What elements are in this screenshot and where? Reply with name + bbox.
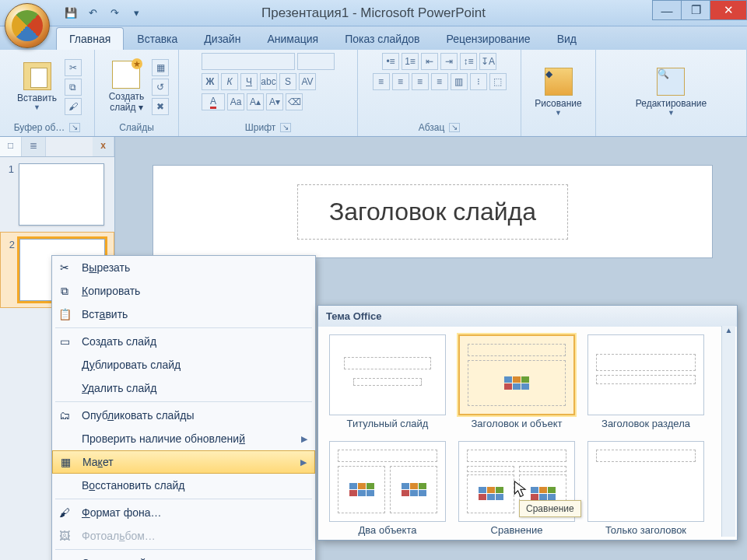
ctx-icon-14: 🖼	[55, 527, 74, 545]
font-size-combo[interactable]	[297, 53, 335, 70]
panel-close-icon[interactable]: x	[93, 137, 114, 156]
gallery-title: Тема Office	[318, 306, 737, 327]
italic-button[interactable]: К	[221, 73, 238, 90]
align-right-button[interactable]: ≡	[412, 73, 429, 90]
font-dialog-icon[interactable]: ↘	[280, 123, 291, 132]
thumb-slide-1[interactable]: 1	[0, 157, 114, 232]
editing-label: Редактирование	[636, 98, 707, 109]
delete-icon[interactable]: ✖	[152, 98, 169, 115]
title-bar: 💾 ↶ ↷ ▾ Презентация1 - Microsoft PowerPo…	[0, 0, 747, 26]
ctx-item-8[interactable]: 🗂Опубликовать слайды	[52, 404, 315, 427]
ctx-item-2[interactable]: 📋Вставить	[52, 303, 315, 326]
ctx-item-4[interactable]: ▭Создать слайд	[52, 330, 315, 353]
ctx-label-8: Опубликовать слайды	[82, 409, 194, 422]
align-center-button[interactable]: ≡	[392, 73, 409, 90]
smartart-button[interactable]: ⬚	[489, 73, 507, 90]
tab-view[interactable]: Вид	[544, 27, 590, 50]
font-name-combo[interactable]	[202, 53, 295, 70]
tab-design[interactable]: Дизайн	[191, 27, 254, 50]
panel-tab-outline[interactable]: ≣	[22, 137, 46, 156]
new-slide-button[interactable]: ★ Создать слайд ▾	[104, 59, 149, 114]
ctx-item-0[interactable]: ✂Вырезать	[52, 256, 315, 279]
layout-gallery: Тема Office Титульный слайдЗаголовок и о…	[317, 305, 738, 541]
panel-tab-slides[interactable]: □	[0, 137, 22, 156]
indent-inc-button[interactable]: ⇥	[440, 53, 458, 70]
thumb-preview-1	[19, 163, 104, 226]
font-color-button[interactable]: A	[202, 93, 225, 110]
grow-font-button[interactable]: A▴	[247, 93, 264, 110]
ctx-item-11[interactable]: Восстановить слайд	[52, 474, 315, 497]
ctx-item-13[interactable]: 🖌Формат фона…	[52, 501, 315, 524]
bullets-button[interactable]: •≡	[382, 53, 399, 70]
align-text-button[interactable]: ⁝	[470, 73, 487, 90]
text-dir-button[interactable]: ↧A	[479, 53, 496, 70]
underline-button[interactable]: Ч	[240, 73, 258, 90]
layout-only_title[interactable]: Только заголовок	[586, 441, 706, 537]
layout-caption-1: Заголовок и объект	[472, 418, 563, 430]
justify-button[interactable]: ≡	[431, 73, 448, 90]
strike-button[interactable]: abc	[260, 73, 277, 90]
indent-dec-button[interactable]: ⇤	[421, 53, 438, 70]
tab-home[interactable]: Главная	[56, 27, 124, 50]
ctx-item-16[interactable]: Скрыть слайд	[52, 551, 315, 560]
ctx-icon-8: 🗂	[55, 406, 74, 425]
ctx-icon-13: 🖌	[55, 503, 74, 522]
bold-button[interactable]: Ж	[202, 73, 219, 90]
columns-button[interactable]: ▥	[451, 73, 468, 90]
layout-title_content[interactable]: Заголовок и объект	[457, 334, 577, 430]
layout-two_content[interactable]: Два объекта	[328, 441, 447, 537]
ctx-item-10[interactable]: ▦Макет▶	[52, 450, 315, 474]
drawing-button[interactable]: ◆Рисование▼	[530, 66, 586, 118]
ribbon: Вставить ▼ ✂ ⧉ 🖌 Буфер об…↘ ★ Создать сл…	[0, 50, 747, 137]
paragraph-dialog-icon[interactable]: ↘	[449, 123, 460, 132]
ctx-item-1[interactable]: ⧉Копировать	[52, 279, 315, 303]
tab-review[interactable]: Рецензирование	[433, 27, 544, 50]
undo-icon[interactable]: ↶	[86, 6, 100, 20]
maximize-button[interactable]: ❐	[681, 0, 710, 20]
title-placeholder[interactable]: Заголовок слайда	[297, 184, 568, 240]
align-left-button[interactable]: ≡	[373, 73, 390, 90]
tab-insert[interactable]: Вставка	[124, 27, 191, 50]
layout-caption-2: Заголовок раздела	[601, 418, 690, 430]
window-controls: — ❐ ✕	[653, 0, 747, 26]
layout-title[interactable]: Титульный слайд	[328, 334, 447, 430]
group-slides: ★ Создать слайд ▾ ▦ ↺ ✖ Слайды	[95, 50, 179, 136]
format-painter-icon[interactable]: 🖌	[65, 98, 82, 115]
numbering-button[interactable]: 1≡	[402, 53, 419, 70]
spacing-button[interactable]: AV	[299, 73, 316, 90]
group-clipboard-label: Буфер об…	[14, 122, 65, 133]
ctx-item-6[interactable]: Удалить слайд	[52, 376, 315, 400]
group-slides-label: Слайды	[119, 122, 154, 133]
shrink-font-button[interactable]: A▾	[266, 93, 283, 110]
ctx-label-10: Макет	[82, 456, 114, 468]
layout-icon[interactable]: ▦	[152, 59, 169, 76]
save-icon[interactable]: 💾	[64, 6, 78, 20]
cut-icon[interactable]: ✂	[65, 59, 82, 76]
change-case-button[interactable]: Aa	[227, 93, 244, 110]
new-slide-icon: ★	[112, 61, 140, 89]
line-spacing-button[interactable]: ↕≡	[460, 53, 477, 70]
qat-more-icon[interactable]: ▾	[129, 6, 143, 20]
minimize-button[interactable]: —	[652, 0, 682, 20]
editing-button[interactable]: 🔍Редактирование▼	[631, 66, 711, 118]
shapes-icon: ◆	[545, 68, 573, 96]
ctx-icon-0: ✂	[55, 258, 74, 277]
redo-icon[interactable]: ↷	[107, 6, 121, 20]
ctx-label-14: Фотоальбом…	[82, 530, 156, 542]
reset-icon[interactable]: ↺	[152, 79, 169, 96]
tab-animations[interactable]: Анимация	[254, 27, 331, 50]
layout-caption-4: Сравнение	[491, 525, 543, 537]
tab-slideshow[interactable]: Показ слайдов	[331, 27, 433, 50]
ctx-item-9[interactable]: Проверить наличие обновлений▶	[52, 427, 315, 450]
paste-button[interactable]: Вставить ▼	[12, 61, 61, 113]
clear-format-button[interactable]: ⌫	[286, 93, 303, 110]
shadow-button[interactable]: S	[279, 73, 296, 90]
scroll-up-icon[interactable]: ▲	[723, 326, 735, 338]
office-button[interactable]	[5, 3, 50, 48]
clipboard-dialog-icon[interactable]: ↘	[69, 123, 80, 132]
ctx-item-5[interactable]: Дублировать слайд	[52, 353, 315, 376]
layout-section[interactable]: Заголовок раздела	[586, 334, 706, 430]
gallery-scrollbar[interactable]: ▲	[721, 326, 735, 537]
close-button[interactable]: ✕	[710, 0, 747, 20]
copy-icon[interactable]: ⧉	[65, 79, 82, 96]
